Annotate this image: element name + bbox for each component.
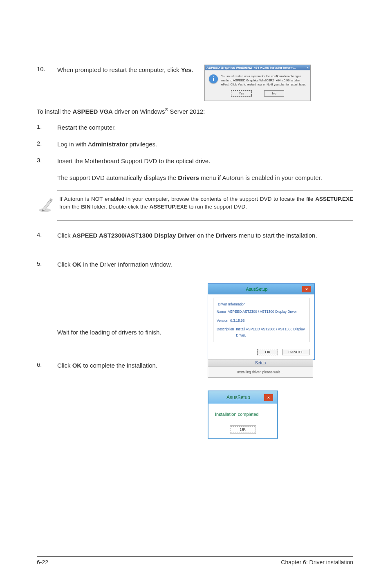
cancel-button[interactable]: CANCEL: [282, 349, 309, 355]
ok-button[interactable]: OK: [257, 349, 278, 355]
close-icon[interactable]: ×: [264, 394, 273, 401]
step-number: 3.: [37, 157, 57, 165]
note-icon: [37, 195, 59, 215]
step-text: Click ASPEED AST2300/AST1300 Display Dri…: [57, 231, 353, 240]
driver-info-fieldset: Driver Information Name ASPEED AST2300 /…: [213, 298, 309, 342]
dialog-message: You must restart your system for the con…: [221, 74, 306, 86]
page-footer: 6-22 Chapter 6: Driver installation: [37, 556, 353, 566]
step-number: 1.: [37, 123, 57, 132]
step-number: 2.: [37, 140, 57, 148]
info-icon: i: [209, 74, 218, 83]
step-number: 4.: [37, 231, 57, 240]
no-button[interactable]: No: [264, 90, 284, 97]
page-number: 6-22: [37, 559, 48, 566]
dialog-titlebar: Setup: [208, 359, 313, 367]
close-icon[interactable]: ×: [302, 286, 311, 292]
ok-button[interactable]: OK: [231, 426, 255, 433]
intro-paragraph: To install the ASPEED VGA driver on Wind…: [37, 107, 353, 116]
dialog-message: Installing driver, please wait ...: [208, 367, 313, 377]
dialog-message: Installation completed: [208, 404, 277, 425]
step-text: Click OK in the Driver Information windo…: [57, 260, 208, 269]
yes-button[interactable]: Yes: [231, 90, 252, 97]
step-number: 10.: [37, 65, 57, 74]
step-number: 5.: [37, 260, 57, 269]
dialog-titlebar: AsusSetup ×: [208, 284, 314, 294]
step-text: Insert the Motherboard Support DVD to th…: [57, 157, 353, 165]
note-text: If Autorun is NOT enabled in your comput…: [59, 195, 353, 211]
dialog-titlebar: AsusSetup ×: [208, 391, 277, 404]
step-text: Restart the computer.: [57, 123, 353, 132]
note-box: If Autorun is NOT enabled in your comput…: [57, 190, 353, 221]
close-icon[interactable]: ×: [307, 66, 309, 70]
step-text: When prompted to restart the computer, c…: [57, 65, 200, 74]
setup-progress-dialog: Setup Installing driver, please wait ...: [208, 359, 313, 378]
installation-complete-dialog: AsusSetup × Installation completed OK: [208, 391, 278, 439]
step-text: Click OK to complete the installation.: [57, 361, 208, 370]
chapter-title: Chapter 6: Driver installation: [281, 559, 353, 566]
step-number: 6.: [37, 361, 57, 370]
asus-setup-dialog: AsusSetup × Driver Information Name ASPE…: [208, 283, 315, 360]
step-text: Log in with Administrator privileges.: [57, 140, 353, 148]
restart-dialog: ASPEED Graphics WinS08R2_x64 v.0.96 Inst…: [204, 65, 311, 101]
sub-paragraph: The support DVD automatically displays t…: [57, 173, 353, 182]
dialog-titlebar: ASPEED Graphics WinS08R2_x64 v.0.96 Inst…: [205, 65, 310, 70]
